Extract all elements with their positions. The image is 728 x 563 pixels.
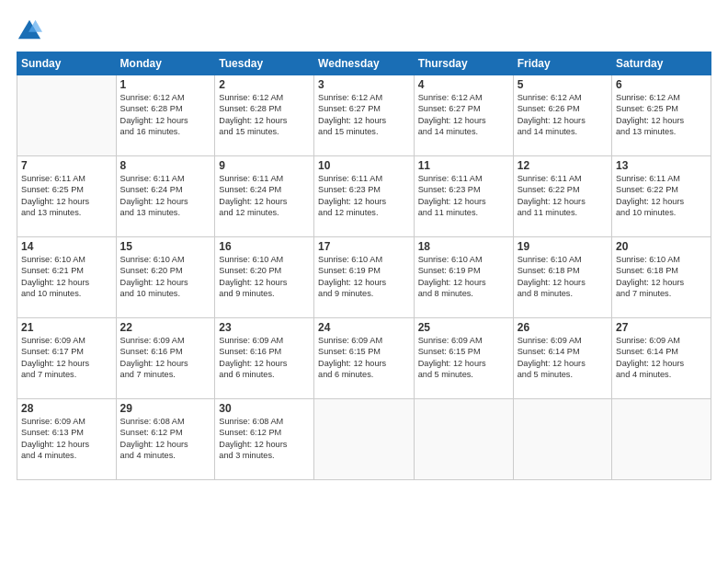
calendar-cell: 14Sunrise: 6:10 AM Sunset: 6:21 PM Dayli… (17, 237, 117, 318)
day-info: Sunrise: 6:10 AM Sunset: 6:18 PM Dayligh… (616, 254, 707, 300)
day-number: 4 (418, 78, 509, 91)
day-number: 26 (518, 321, 608, 334)
week-row-4: 21Sunrise: 6:09 AM Sunset: 6:17 PM Dayli… (17, 318, 711, 399)
week-row-2: 7Sunrise: 6:11 AM Sunset: 6:25 PM Daylig… (17, 156, 711, 237)
weekday-header-row: SundayMondayTuesdayWednesdayThursdayFrid… (17, 52, 711, 75)
calendar-cell: 17Sunrise: 6:10 AM Sunset: 6:19 PM Dayli… (314, 237, 415, 318)
day-number: 13 (616, 159, 707, 172)
day-number: 20 (616, 240, 707, 253)
calendar-cell: 29Sunrise: 6:08 AM Sunset: 6:12 PM Dayli… (116, 399, 215, 480)
calendar-cell: 19Sunrise: 6:10 AM Sunset: 6:18 PM Dayli… (513, 237, 611, 318)
day-info: Sunrise: 6:10 AM Sunset: 6:18 PM Dayligh… (518, 254, 608, 300)
day-info: Sunrise: 6:10 AM Sunset: 6:20 PM Dayligh… (120, 254, 211, 300)
day-number: 14 (21, 240, 112, 253)
day-info: Sunrise: 6:11 AM Sunset: 6:24 PM Dayligh… (120, 173, 211, 219)
day-number: 7 (21, 159, 112, 172)
calendar-cell: 5Sunrise: 6:12 AM Sunset: 6:26 PM Daylig… (513, 75, 611, 156)
day-info: Sunrise: 6:09 AM Sunset: 6:13 PM Dayligh… (21, 416, 112, 462)
logo (17, 17, 46, 42)
calendar-cell: 6Sunrise: 6:12 AM Sunset: 6:25 PM Daylig… (612, 75, 711, 156)
day-number: 29 (120, 402, 211, 415)
day-info: Sunrise: 6:10 AM Sunset: 6:19 PM Dayligh… (418, 254, 509, 300)
day-info: Sunrise: 6:09 AM Sunset: 6:16 PM Dayligh… (120, 335, 211, 381)
day-number: 21 (21, 321, 112, 334)
day-info: Sunrise: 6:09 AM Sunset: 6:15 PM Dayligh… (418, 335, 509, 381)
calendar-cell: 11Sunrise: 6:11 AM Sunset: 6:23 PM Dayli… (414, 156, 513, 237)
logo-icon (17, 17, 42, 42)
calendar-cell: 27Sunrise: 6:09 AM Sunset: 6:14 PM Dayli… (612, 318, 711, 399)
weekday-monday: Monday (116, 52, 215, 75)
calendar-cell: 26Sunrise: 6:09 AM Sunset: 6:14 PM Dayli… (513, 318, 611, 399)
day-number: 16 (219, 240, 310, 253)
week-row-1: 1Sunrise: 6:12 AM Sunset: 6:28 PM Daylig… (17, 75, 711, 156)
calendar-cell: 25Sunrise: 6:09 AM Sunset: 6:15 PM Dayli… (414, 318, 513, 399)
day-number: 12 (518, 159, 608, 172)
day-number: 5 (518, 78, 608, 91)
day-number: 28 (21, 402, 112, 415)
calendar-cell: 16Sunrise: 6:10 AM Sunset: 6:20 PM Dayli… (215, 237, 314, 318)
day-number: 2 (219, 78, 310, 91)
calendar-cell: 18Sunrise: 6:10 AM Sunset: 6:19 PM Dayli… (414, 237, 513, 318)
day-number: 15 (120, 240, 211, 253)
calendar-cell: 3Sunrise: 6:12 AM Sunset: 6:27 PM Daylig… (314, 75, 415, 156)
calendar-cell: 20Sunrise: 6:10 AM Sunset: 6:18 PM Dayli… (612, 237, 711, 318)
week-row-5: 28Sunrise: 6:09 AM Sunset: 6:13 PM Dayli… (17, 399, 711, 480)
calendar-cell: 22Sunrise: 6:09 AM Sunset: 6:16 PM Dayli… (116, 318, 215, 399)
calendar-cell (612, 399, 711, 480)
day-number: 24 (318, 321, 410, 334)
day-info: Sunrise: 6:10 AM Sunset: 6:20 PM Dayligh… (219, 254, 310, 300)
day-info: Sunrise: 6:09 AM Sunset: 6:17 PM Dayligh… (21, 335, 112, 381)
calendar-cell (414, 399, 513, 480)
day-info: Sunrise: 6:12 AM Sunset: 6:25 PM Dayligh… (616, 92, 707, 138)
page: SundayMondayTuesdayWednesdayThursdayFrid… (0, 0, 728, 563)
calendar-cell: 7Sunrise: 6:11 AM Sunset: 6:25 PM Daylig… (17, 156, 117, 237)
weekday-thursday: Thursday (414, 52, 513, 75)
day-number: 8 (120, 159, 211, 172)
day-info: Sunrise: 6:11 AM Sunset: 6:22 PM Dayligh… (518, 173, 608, 219)
day-number: 17 (318, 240, 410, 253)
day-info: Sunrise: 6:09 AM Sunset: 6:16 PM Dayligh… (219, 335, 310, 381)
weekday-wednesday: Wednesday (314, 52, 415, 75)
calendar-cell: 30Sunrise: 6:08 AM Sunset: 6:12 PM Dayli… (215, 399, 314, 480)
weekday-tuesday: Tuesday (215, 52, 314, 75)
day-info: Sunrise: 6:10 AM Sunset: 6:21 PM Dayligh… (21, 254, 112, 300)
day-number: 18 (418, 240, 509, 253)
calendar-cell: 9Sunrise: 6:11 AM Sunset: 6:24 PM Daylig… (215, 156, 314, 237)
day-info: Sunrise: 6:12 AM Sunset: 6:28 PM Dayligh… (120, 92, 211, 138)
day-info: Sunrise: 6:11 AM Sunset: 6:25 PM Dayligh… (21, 173, 112, 219)
day-number: 23 (219, 321, 310, 334)
week-row-3: 14Sunrise: 6:10 AM Sunset: 6:21 PM Dayli… (17, 237, 711, 318)
weekday-friday: Friday (513, 52, 611, 75)
day-info: Sunrise: 6:12 AM Sunset: 6:27 PM Dayligh… (318, 92, 410, 138)
calendar-cell: 4Sunrise: 6:12 AM Sunset: 6:27 PM Daylig… (414, 75, 513, 156)
day-info: Sunrise: 6:10 AM Sunset: 6:19 PM Dayligh… (318, 254, 410, 300)
weekday-saturday: Saturday (612, 52, 711, 75)
day-number: 3 (318, 78, 410, 91)
day-number: 6 (616, 78, 707, 91)
day-number: 27 (616, 321, 707, 334)
day-number: 10 (318, 159, 410, 172)
day-info: Sunrise: 6:09 AM Sunset: 6:14 PM Dayligh… (616, 335, 707, 381)
calendar-cell: 13Sunrise: 6:11 AM Sunset: 6:22 PM Dayli… (612, 156, 711, 237)
day-info: Sunrise: 6:11 AM Sunset: 6:23 PM Dayligh… (318, 173, 410, 219)
calendar-cell: 8Sunrise: 6:11 AM Sunset: 6:24 PM Daylig… (116, 156, 215, 237)
day-number: 22 (120, 321, 211, 334)
calendar-cell (314, 399, 415, 480)
day-number: 25 (418, 321, 509, 334)
calendar-cell: 24Sunrise: 6:09 AM Sunset: 6:15 PM Dayli… (314, 318, 415, 399)
calendar-table: SundayMondayTuesdayWednesdayThursdayFrid… (17, 52, 711, 480)
calendar-cell: 21Sunrise: 6:09 AM Sunset: 6:17 PM Dayli… (17, 318, 117, 399)
calendar-cell: 28Sunrise: 6:09 AM Sunset: 6:13 PM Dayli… (17, 399, 117, 480)
day-info: Sunrise: 6:11 AM Sunset: 6:24 PM Dayligh… (219, 173, 310, 219)
day-info: Sunrise: 6:12 AM Sunset: 6:28 PM Dayligh… (219, 92, 310, 138)
day-info: Sunrise: 6:12 AM Sunset: 6:27 PM Dayligh… (418, 92, 509, 138)
day-info: Sunrise: 6:09 AM Sunset: 6:15 PM Dayligh… (318, 335, 410, 381)
day-info: Sunrise: 6:09 AM Sunset: 6:14 PM Dayligh… (518, 335, 608, 381)
day-info: Sunrise: 6:08 AM Sunset: 6:12 PM Dayligh… (219, 416, 310, 462)
day-number: 30 (219, 402, 310, 415)
calendar-cell: 12Sunrise: 6:11 AM Sunset: 6:22 PM Dayli… (513, 156, 611, 237)
weekday-sunday: Sunday (17, 52, 117, 75)
calendar-cell: 23Sunrise: 6:09 AM Sunset: 6:16 PM Dayli… (215, 318, 314, 399)
calendar-cell: 1Sunrise: 6:12 AM Sunset: 6:28 PM Daylig… (116, 75, 215, 156)
day-info: Sunrise: 6:12 AM Sunset: 6:26 PM Dayligh… (518, 92, 608, 138)
